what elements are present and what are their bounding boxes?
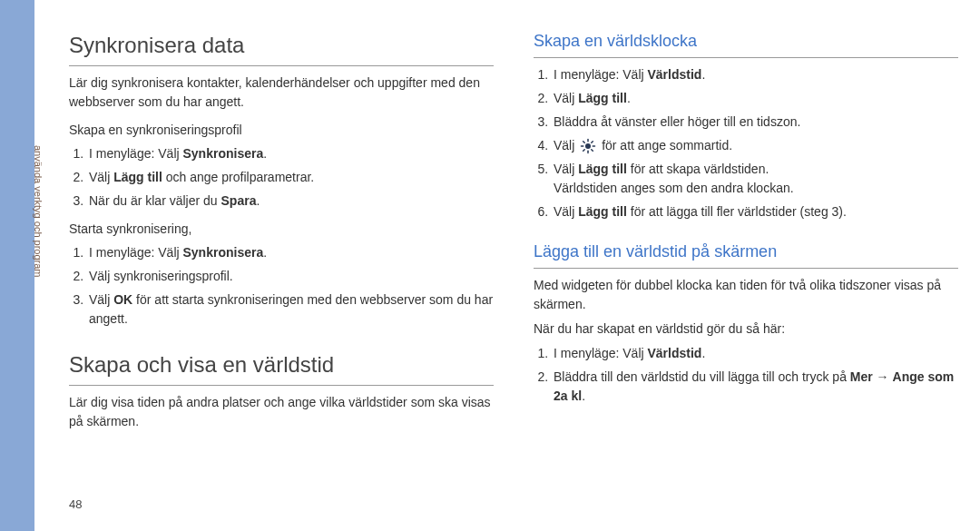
text: När du är klar väljer du — [89, 193, 221, 208]
list-item: Välj OK för att starta synkroniseringen … — [87, 290, 494, 329]
sun-icon — [580, 138, 596, 154]
text: . — [582, 388, 585, 403]
text: Välj — [554, 204, 578, 219]
text: I menyläge: Välj — [554, 346, 648, 360]
intro-sync: Lär dig synkronisera kontakter, kalender… — [69, 74, 494, 112]
list-item: Välj Lägg till för att lägga till fler v… — [552, 202, 958, 221]
bold-text: Synkronisera — [183, 146, 264, 161]
text: I menyläge: Välj — [554, 67, 648, 82]
side-accent-bar — [0, 0, 34, 531]
bold-text: Lägg till — [578, 204, 627, 219]
list-create-profile: I menyläge: Välj Synkronisera. Välj Lägg… — [69, 144, 494, 211]
text: . — [701, 67, 705, 82]
text: för att skapa världstiden. — [627, 162, 769, 176]
bold-text: Lägg till — [113, 170, 162, 184]
bold-text: Lägg till — [578, 91, 627, 105]
text: Välj — [554, 138, 578, 152]
svg-line-7 — [583, 150, 585, 152]
list-item: Välj — [552, 136, 958, 155]
heading-add-world-time: Lägga till en världstid på skärmen — [534, 240, 958, 269]
list-item: Välj Lägg till. — [552, 89, 958, 108]
text: Välj — [554, 162, 578, 176]
text: för att starta synkroniseringen med den … — [89, 292, 493, 326]
list-item: I menyläge: Välj Världstid. — [552, 344, 958, 363]
svg-point-0 — [585, 143, 591, 149]
intro-world-time: Lär dig visa tiden på andra platser och … — [69, 393, 494, 431]
text: Välj — [89, 292, 113, 307]
right-column: Skapa en världsklocka I menyläge: Välj V… — [534, 29, 958, 437]
heading-create-world-clock: Skapa en världsklocka — [534, 29, 958, 58]
paragraph: Med widgeten för dubbel klocka kan tiden… — [534, 276, 958, 314]
text: I menyläge: Välj — [89, 146, 183, 161]
text: . — [256, 193, 260, 208]
text: . — [627, 91, 631, 105]
text: för att ange sommartid. — [602, 138, 732, 152]
text: Bläddra till den världstid du vill lägga… — [554, 369, 850, 384]
bold-text: Synkronisera — [183, 245, 264, 260]
text: → — [873, 369, 893, 384]
list-item: När du är klar väljer du Spara. — [87, 192, 494, 211]
list-item: I menyläge: Välj Synkronisera. — [87, 243, 494, 262]
text: Välj — [554, 91, 578, 105]
list-item: Bläddra åt vänster eller höger till en t… — [552, 113, 958, 132]
bold-text: Världstid — [648, 346, 702, 360]
text: . — [701, 346, 705, 360]
list-item: Välj synkroniseringsprofil. — [87, 267, 494, 286]
svg-line-8 — [592, 142, 593, 143]
bold-text: Världstid — [648, 67, 702, 82]
text: Världstiden anges som den andra klockan. — [554, 179, 958, 198]
list-start-sync: I menyläge: Välj Synkronisera. Välj synk… — [69, 243, 494, 329]
list-item: Välj Lägg till för att skapa världstiden… — [552, 160, 958, 198]
list-item: I menyläge: Välj Världstid. — [552, 65, 958, 84]
list-create-world-clock: I menyläge: Välj Världstid. Välj Lägg ti… — [534, 65, 958, 221]
paragraph: När du har skapat en världstid gör du så… — [534, 320, 958, 339]
text: I menyläge: Välj — [89, 245, 183, 260]
list-item: I menyläge: Välj Synkronisera. — [87, 144, 494, 163]
svg-line-6 — [592, 150, 593, 152]
page-number: 48 — [69, 496, 82, 514]
bold-text: Lägg till — [578, 162, 627, 176]
list-add-world-time: I menyläge: Välj Världstid. Bläddra till… — [534, 344, 958, 406]
text: och ange profilparametrar. — [162, 170, 314, 184]
text: . — [263, 146, 267, 161]
subhead-start-sync: Starta synkronisering, — [69, 220, 494, 239]
bold-text: Mer — [850, 369, 873, 384]
page-content: Synkronisera data Lär dig synkronisera k… — [69, 29, 958, 437]
bold-text: OK — [113, 292, 132, 307]
heading-sync-data: Synkronisera data — [69, 29, 494, 66]
text: . — [263, 245, 267, 260]
text: för att lägga till fler världstider (ste… — [627, 204, 847, 219]
side-section-label: använda verktyg och program — [31, 145, 46, 418]
list-item: Bläddra till den världstid du vill lägga… — [552, 368, 958, 406]
heading-world-time: Skapa och visa en världstid — [69, 349, 494, 386]
list-item: Välj Lägg till och ange profilparametrar… — [87, 168, 494, 187]
bold-text: Spara — [221, 193, 257, 208]
text: Välj — [89, 170, 113, 184]
subhead-create-profile: Skapa en synkroniseringsprofil — [69, 121, 494, 140]
svg-line-5 — [583, 142, 585, 143]
left-column: Synkronisera data Lär dig synkronisera k… — [69, 29, 494, 437]
